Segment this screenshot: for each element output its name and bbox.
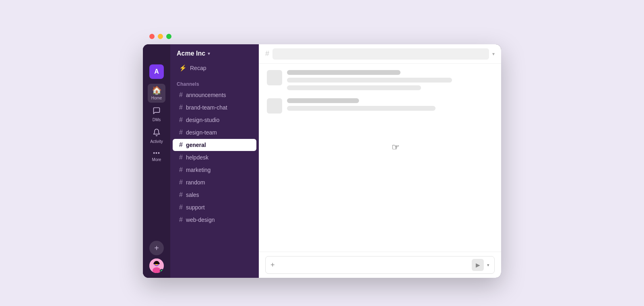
sidebar-item-home[interactable]: 🏠 Home <box>148 84 165 103</box>
channel-name: support <box>186 204 205 211</box>
hash-icon: # <box>179 129 183 136</box>
channel-name: brand-team-chat <box>186 104 227 111</box>
more-label: More <box>152 157 161 162</box>
home-icon: 🏠 <box>152 86 162 94</box>
channel-brand-team-chat[interactable]: # brand-team-chat <box>173 101 256 114</box>
message-lines <box>287 98 493 111</box>
workspace-name: Acme Inc <box>177 50 205 57</box>
channel-sales[interactable]: # sales <box>173 189 256 201</box>
hash-icon: # <box>179 204 183 211</box>
hash-icon: # <box>179 104 183 111</box>
header-hash-icon: # <box>265 50 269 58</box>
message-input-box: + ▶ ▾ <box>265 256 495 274</box>
channel-web-design[interactable]: # web-design <box>173 214 256 226</box>
dms-icon <box>153 107 161 116</box>
message-skeleton-1 <box>267 70 493 90</box>
messages-area <box>259 64 501 252</box>
recap-label: Recap <box>190 65 206 71</box>
channel-design-team[interactable]: # design-team <box>173 126 256 139</box>
channel-design-studio[interactable]: # design-studio <box>173 114 256 126</box>
minimize-dot[interactable] <box>158 34 163 39</box>
send-options-chevron[interactable]: ▾ <box>487 263 489 268</box>
recap-icon: ⚡ <box>179 64 187 72</box>
hash-icon: # <box>179 166 183 174</box>
sidebar-item-activity[interactable]: Activity <box>148 126 165 146</box>
message-input[interactable] <box>278 262 469 268</box>
header-chevron-icon: ▾ <box>492 51 495 57</box>
send-icon: ▶ <box>476 262 480 268</box>
activity-label: Activity <box>150 139 163 144</box>
channel-general[interactable]: # general <box>173 139 256 151</box>
channel-name: web-design <box>186 217 215 223</box>
channel-helpdesk[interactable]: # helpdesk <box>173 151 256 163</box>
channel-random[interactable]: # random <box>173 176 256 188</box>
more-icon: ••• <box>153 150 160 156</box>
user-avatar[interactable] <box>149 258 164 273</box>
channel-panel: Acme Inc ▾ ⚡ Recap Channels # announceme… <box>170 44 259 278</box>
activity-icon <box>153 128 161 138</box>
channel-name: marketing <box>186 167 211 173</box>
maximize-dot[interactable] <box>166 34 171 39</box>
hash-icon: # <box>179 191 183 198</box>
hash-icon: # <box>179 116 183 124</box>
workspace-avatar[interactable]: A <box>149 64 164 79</box>
channel-name: sales <box>186 192 199 198</box>
main-content: # ▾ <box>259 44 501 278</box>
channels-list: Channels # announcements # brand-team-ch… <box>170 75 259 278</box>
skeleton-line <box>287 98 359 103</box>
hash-icon: # <box>179 141 183 149</box>
channels-section-label: Channels <box>170 78 259 89</box>
hash-icon: # <box>179 91 183 99</box>
skeleton-line <box>287 85 421 90</box>
channel-name: random <box>186 179 205 186</box>
channel-name: announcements <box>186 92 226 98</box>
channel-name: design-team <box>186 129 217 136</box>
hash-icon: # <box>179 179 183 186</box>
message-input-area: + ▶ ▾ <box>259 252 501 278</box>
channel-name-bar <box>272 48 489 60</box>
workspace-header[interactable]: Acme Inc ▾ <box>170 44 259 61</box>
avatar-skeleton <box>267 98 282 114</box>
message-lines <box>287 70 493 90</box>
dms-label: DMs <box>153 118 161 122</box>
close-dot[interactable] <box>149 34 155 39</box>
channel-announcements[interactable]: # announcements <box>173 89 256 101</box>
attach-button[interactable]: + <box>270 261 275 269</box>
hash-icon: # <box>179 216 183 223</box>
sidebar-item-more[interactable]: ••• More <box>148 148 165 164</box>
send-button[interactable]: ▶ <box>472 259 484 271</box>
avatar-skeleton <box>267 70 282 85</box>
sidebar-item-dms[interactable]: DMs <box>148 104 165 124</box>
sidebar-icons: A 🏠 Home DMs <box>143 44 170 278</box>
home-label: Home <box>151 96 162 100</box>
channel-marketing[interactable]: # marketing <box>173 164 256 176</box>
channel-header: # ▾ <box>259 44 501 64</box>
channel-name: general <box>186 142 206 148</box>
online-indicator <box>160 269 164 273</box>
message-skeleton-2 <box>267 98 493 114</box>
channel-name: design-studio <box>186 117 219 123</box>
add-workspace-button[interactable]: + <box>149 241 164 255</box>
recap-button[interactable]: ⚡ Recap <box>173 61 256 75</box>
hash-icon: # <box>179 154 183 161</box>
skeleton-line <box>287 78 452 83</box>
channel-support[interactable]: # support <box>173 201 256 213</box>
channel-name: helpdesk <box>186 154 208 161</box>
workspace-chevron-icon: ▾ <box>208 51 210 56</box>
skeleton-line <box>287 106 436 111</box>
skeleton-line <box>287 70 400 75</box>
